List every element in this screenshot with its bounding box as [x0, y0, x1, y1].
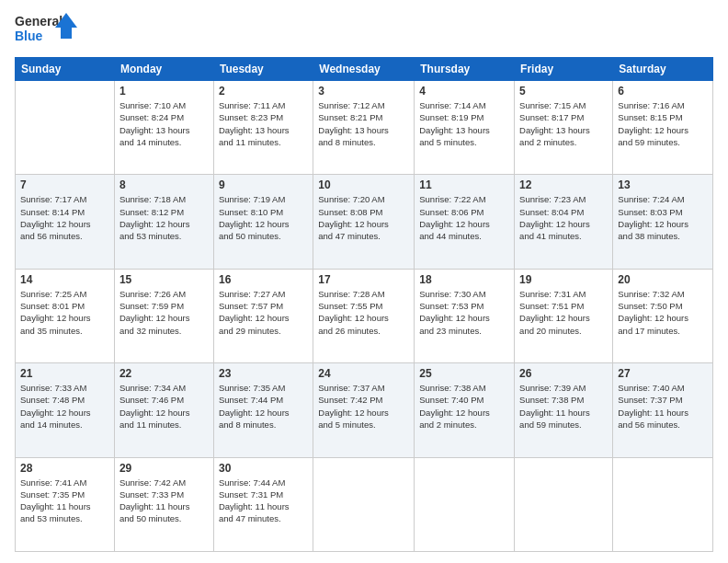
day-info: Sunrise: 7:14 AM Sunset: 8:19 PM Dayligh…: [419, 99, 509, 148]
day-info: Sunrise: 7:30 AM Sunset: 7:53 PM Dayligh…: [419, 288, 509, 337]
calendar-cell: 23Sunrise: 7:35 AM Sunset: 7:44 PM Dayli…: [213, 363, 313, 457]
day-number: 22: [119, 367, 209, 380]
calendar-cell: [515, 457, 613, 551]
day-number: 12: [519, 178, 608, 191]
day-info: Sunrise: 7:39 AM Sunset: 7:38 PM Dayligh…: [519, 382, 608, 431]
day-info: Sunrise: 7:11 AM Sunset: 8:23 PM Dayligh…: [219, 99, 308, 148]
day-info: Sunrise: 7:18 AM Sunset: 8:12 PM Dayligh…: [119, 193, 209, 242]
calendar-cell: 29Sunrise: 7:42 AM Sunset: 7:33 PM Dayli…: [114, 457, 213, 551]
day-info: Sunrise: 7:23 AM Sunset: 8:04 PM Dayligh…: [519, 193, 608, 242]
day-info: Sunrise: 7:12 AM Sunset: 8:21 PM Dayligh…: [318, 99, 409, 148]
calendar-week-row: 14Sunrise: 7:25 AM Sunset: 8:01 PM Dayli…: [16, 269, 713, 362]
day-number: 6: [618, 85, 708, 98]
day-number: 29: [119, 462, 209, 475]
day-info: Sunrise: 7:40 AM Sunset: 7:37 PM Dayligh…: [618, 382, 708, 431]
day-number: 17: [318, 273, 409, 286]
day-info: Sunrise: 7:16 AM Sunset: 8:15 PM Dayligh…: [618, 99, 708, 148]
calendar-cell: [16, 81, 115, 175]
logo: General Blue: [15, 11, 79, 50]
calendar-cell: 16Sunrise: 7:27 AM Sunset: 7:57 PM Dayli…: [213, 269, 313, 362]
day-info: Sunrise: 7:31 AM Sunset: 7:51 PM Dayligh…: [519, 288, 608, 337]
calendar-cell: 13Sunrise: 7:24 AM Sunset: 8:03 PM Dayli…: [613, 175, 713, 269]
day-info: Sunrise: 7:32 AM Sunset: 7:50 PM Dayligh…: [618, 288, 708, 337]
day-number: 24: [318, 367, 409, 380]
calendar-cell: [313, 457, 415, 551]
calendar-header-saturday: Saturday: [613, 58, 713, 81]
calendar-header-row: SundayMondayTuesdayWednesdayThursdayFrid…: [16, 58, 713, 81]
day-info: Sunrise: 7:41 AM Sunset: 7:35 PM Dayligh…: [20, 477, 109, 525]
calendar-week-row: 7Sunrise: 7:17 AM Sunset: 8:14 PM Daylig…: [16, 175, 713, 269]
day-number: 2: [219, 85, 308, 98]
day-number: 28: [20, 462, 109, 475]
calendar-header-monday: Monday: [114, 58, 213, 81]
day-info: Sunrise: 7:28 AM Sunset: 7:55 PM Dayligh…: [318, 288, 409, 337]
day-number: 14: [20, 273, 109, 286]
day-info: Sunrise: 7:37 AM Sunset: 7:42 PM Dayligh…: [318, 382, 409, 431]
calendar-cell: 12Sunrise: 7:23 AM Sunset: 8:04 PM Dayli…: [515, 175, 613, 269]
day-info: Sunrise: 7:10 AM Sunset: 8:24 PM Dayligh…: [119, 99, 209, 148]
calendar-week-row: 1Sunrise: 7:10 AM Sunset: 8:24 PM Daylig…: [16, 81, 713, 175]
calendar-table: SundayMondayTuesdayWednesdayThursdayFrid…: [15, 57, 713, 552]
day-number: 16: [219, 273, 308, 286]
calendar-cell: 19Sunrise: 7:31 AM Sunset: 7:51 PM Dayli…: [515, 269, 613, 362]
day-number: 8: [119, 178, 209, 191]
day-info: Sunrise: 7:24 AM Sunset: 8:03 PM Dayligh…: [618, 193, 708, 242]
calendar-cell: [613, 457, 713, 551]
day-number: 9: [219, 178, 308, 191]
calendar-cell: 15Sunrise: 7:26 AM Sunset: 7:59 PM Dayli…: [114, 269, 213, 362]
calendar-header-friday: Friday: [515, 58, 613, 81]
day-info: Sunrise: 7:15 AM Sunset: 8:17 PM Dayligh…: [519, 99, 608, 148]
day-number: 26: [519, 367, 608, 380]
day-number: 3: [318, 85, 409, 98]
calendar-cell: 17Sunrise: 7:28 AM Sunset: 7:55 PM Dayli…: [313, 269, 415, 362]
calendar-cell: 24Sunrise: 7:37 AM Sunset: 7:42 PM Dayli…: [313, 363, 415, 457]
calendar-cell: 7Sunrise: 7:17 AM Sunset: 8:14 PM Daylig…: [16, 175, 115, 269]
calendar-cell: 18Sunrise: 7:30 AM Sunset: 7:53 PM Dayli…: [415, 269, 515, 362]
day-number: 23: [219, 367, 308, 380]
calendar-cell: 25Sunrise: 7:38 AM Sunset: 7:40 PM Dayli…: [415, 363, 515, 457]
day-number: 21: [20, 367, 109, 380]
calendar-cell: 3Sunrise: 7:12 AM Sunset: 8:21 PM Daylig…: [313, 81, 415, 175]
calendar-cell: 9Sunrise: 7:19 AM Sunset: 8:10 PM Daylig…: [213, 175, 313, 269]
calendar-week-row: 21Sunrise: 7:33 AM Sunset: 7:48 PM Dayli…: [16, 363, 713, 457]
calendar-header-wednesday: Wednesday: [313, 58, 415, 81]
svg-text:Blue: Blue: [15, 29, 43, 43]
calendar-cell: 14Sunrise: 7:25 AM Sunset: 8:01 PM Dayli…: [16, 269, 115, 362]
day-number: 18: [419, 273, 509, 286]
day-info: Sunrise: 7:27 AM Sunset: 7:57 PM Dayligh…: [219, 288, 308, 337]
day-number: 10: [318, 178, 409, 191]
header: General Blue: [15, 11, 713, 50]
day-number: 11: [419, 178, 509, 191]
calendar-cell: 1Sunrise: 7:10 AM Sunset: 8:24 PM Daylig…: [114, 81, 213, 175]
day-info: Sunrise: 7:25 AM Sunset: 8:01 PM Dayligh…: [20, 288, 109, 337]
day-info: Sunrise: 7:35 AM Sunset: 7:44 PM Dayligh…: [219, 382, 308, 431]
day-info: Sunrise: 7:44 AM Sunset: 7:31 PM Dayligh…: [219, 477, 308, 525]
calendar-cell: 27Sunrise: 7:40 AM Sunset: 7:37 PM Dayli…: [613, 363, 713, 457]
calendar-header-thursday: Thursday: [415, 58, 515, 81]
day-number: 1: [119, 85, 209, 98]
day-number: 4: [419, 85, 509, 98]
day-info: Sunrise: 7:17 AM Sunset: 8:14 PM Dayligh…: [20, 193, 109, 242]
calendar-cell: 6Sunrise: 7:16 AM Sunset: 8:15 PM Daylig…: [613, 81, 713, 175]
calendar-cell: 11Sunrise: 7:22 AM Sunset: 8:06 PM Dayli…: [415, 175, 515, 269]
day-info: Sunrise: 7:22 AM Sunset: 8:06 PM Dayligh…: [419, 193, 509, 242]
day-info: Sunrise: 7:33 AM Sunset: 7:48 PM Dayligh…: [20, 382, 109, 431]
calendar-cell: 2Sunrise: 7:11 AM Sunset: 8:23 PM Daylig…: [213, 81, 313, 175]
svg-text:General: General: [15, 14, 63, 29]
calendar-cell: 26Sunrise: 7:39 AM Sunset: 7:38 PM Dayli…: [515, 363, 613, 457]
calendar-cell: 22Sunrise: 7:34 AM Sunset: 7:46 PM Dayli…: [114, 363, 213, 457]
day-number: 20: [618, 273, 708, 286]
day-number: 27: [618, 367, 708, 380]
day-info: Sunrise: 7:19 AM Sunset: 8:10 PM Dayligh…: [219, 193, 308, 242]
day-number: 19: [519, 273, 608, 286]
calendar-cell: 4Sunrise: 7:14 AM Sunset: 8:19 PM Daylig…: [415, 81, 515, 175]
calendar-cell: 30Sunrise: 7:44 AM Sunset: 7:31 PM Dayli…: [213, 457, 313, 551]
page: General Blue SundayMondayTuesdayWednesda…: [0, 0, 728, 563]
day-info: Sunrise: 7:42 AM Sunset: 7:33 PM Dayligh…: [119, 477, 209, 525]
calendar-cell: [415, 457, 515, 551]
calendar-cell: 20Sunrise: 7:32 AM Sunset: 7:50 PM Dayli…: [613, 269, 713, 362]
calendar-cell: 8Sunrise: 7:18 AM Sunset: 8:12 PM Daylig…: [114, 175, 213, 269]
day-number: 5: [519, 85, 608, 98]
day-number: 25: [419, 367, 509, 380]
logo-svg: General Blue: [15, 11, 79, 50]
